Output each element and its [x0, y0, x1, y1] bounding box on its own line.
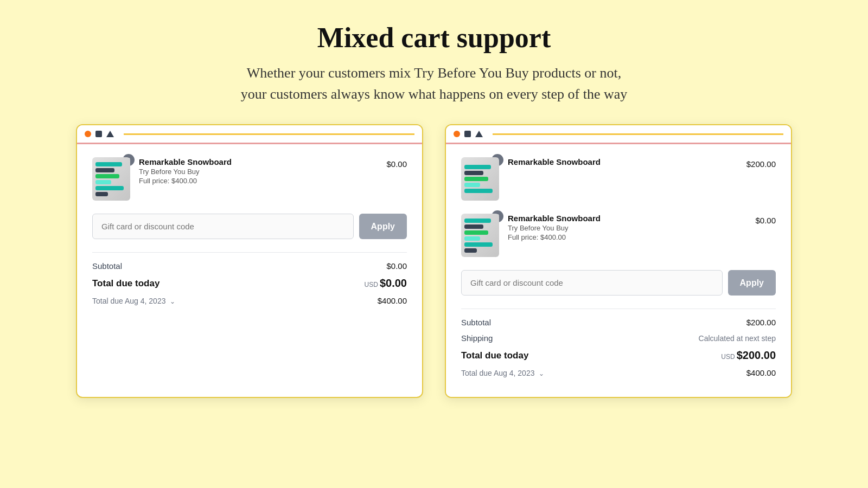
product-item-right-2: 2 Remarkable Snowboard T: [461, 214, 776, 257]
usd-label-r: USD: [721, 353, 735, 361]
summary-row-total-left: Total due today USD$0.00: [92, 277, 407, 290]
product-details-right-2: Remarkable Snowboard Try Before You Buy …: [508, 214, 748, 241]
summary-row-shipping-right: Shipping Calculated at next step: [461, 333, 776, 343]
product-image-r2: [461, 214, 499, 257]
page-subtitle: Whether your customers mix Try Before Yo…: [241, 62, 628, 105]
deferred-label-r: Total due Aug 4, 2023 ⌄: [461, 369, 544, 377]
discount-input-right[interactable]: [461, 270, 723, 296]
product-subtitle: Try Before You Buy: [139, 168, 379, 176]
page-header: Mixed cart support Whether your customer…: [241, 22, 628, 105]
usd-label: USD: [365, 281, 378, 288]
product-name-r1: Remarkable Snowboard: [508, 157, 739, 166]
browser-content-right: 1 Remarkable Snowboard $200.00: [446, 144, 791, 397]
subtotal-value: $0.00: [386, 261, 407, 271]
titlebar-dot-triangle: [106, 131, 114, 137]
product-price-r1: $200.00: [746, 159, 776, 169]
browser-content-left: 2 Remarkable Snowboard T: [77, 144, 422, 325]
product-fullprice-r2: Full price: $400.00: [508, 233, 748, 241]
summary-row-deferred-left: Total due Aug 4, 2023 ⌄ $400.00: [92, 296, 407, 305]
product-details-right-1: Remarkable Snowboard: [508, 157, 739, 168]
deferred-value: $400.00: [378, 296, 407, 305]
total-label: Total due today: [92, 278, 159, 289]
deferred-label: Total due Aug 4, 2023 ⌄: [92, 297, 175, 305]
product-name-r2: Remarkable Snowboard: [508, 214, 748, 223]
summary-row-deferred-right: Total due Aug 4, 2023 ⌄ $400.00: [461, 368, 776, 377]
total-label-r: Total due today: [461, 350, 528, 361]
titlebar-dot-red: [85, 131, 91, 137]
product-item-right-1: 1 Remarkable Snowboard $200.00: [461, 157, 776, 201]
summary-section-right: Subtotal $200.00 Shipping Calculated at …: [461, 309, 776, 377]
product-image-wrapper: 2: [92, 157, 131, 201]
summary-row-subtotal-right: Subtotal $200.00: [461, 318, 776, 327]
titlebar-dot-dark-r: [464, 131, 471, 137]
titlebar-line-r: [493, 133, 783, 135]
product-subtitle-r2: Try Before You Buy: [508, 224, 748, 232]
browser-titlebar-right: [446, 125, 791, 144]
browser-titlebar-left: [77, 125, 422, 144]
product-item-left-1: 2 Remarkable Snowboard T: [92, 157, 407, 201]
product-price-r2: $0.00: [755, 216, 776, 225]
product-image-wrapper-r2: 2: [461, 214, 500, 257]
apply-button-left[interactable]: Apply: [359, 214, 407, 239]
summary-row-subtotal-left: Subtotal $0.00: [92, 261, 407, 271]
snowboard-bars-r2: [461, 215, 499, 256]
subtotal-label-r: Subtotal: [461, 318, 491, 327]
product-image-wrapper-r1: 1: [461, 157, 500, 201]
product-fullprice: Full price: $400.00: [139, 177, 379, 185]
titlebar-line: [124, 133, 414, 135]
shipping-label: Shipping: [461, 333, 493, 343]
summary-section-left: Subtotal $0.00 Total due today USD$0.00 …: [92, 252, 407, 305]
product-image: [92, 157, 130, 201]
product-image-r1: [461, 157, 499, 201]
deferred-value-r: $400.00: [746, 368, 776, 377]
product-name: Remarkable Snowboard: [139, 157, 379, 166]
snowboard-bars-r1: [461, 162, 499, 196]
cards-row: 2 Remarkable Snowboard T: [54, 124, 814, 398]
chevron-down-icon-r: ⌄: [539, 370, 544, 377]
apply-button-right[interactable]: Apply: [728, 270, 776, 296]
discount-row-left: Apply: [92, 214, 407, 239]
page-title: Mixed cart support: [241, 22, 628, 54]
titlebar-dot-triangle-r: [475, 131, 483, 137]
product-price: $0.00: [386, 159, 407, 169]
discount-input-left[interactable]: [92, 214, 354, 239]
discount-row-right: Apply: [461, 270, 776, 296]
browser-window-right: 1 Remarkable Snowboard $200.00: [445, 124, 792, 398]
product-details-left-1: Remarkable Snowboard Try Before You Buy …: [139, 157, 379, 185]
total-value-r: USD$200.00: [721, 349, 776, 362]
subtotal-value-r: $200.00: [746, 318, 776, 327]
total-value: USD$0.00: [365, 277, 407, 290]
summary-row-total-right: Total due today USD$200.00: [461, 349, 776, 362]
titlebar-dot-red-r: [454, 131, 460, 137]
shipping-value: Calculated at next step: [699, 334, 776, 343]
chevron-down-icon: ⌄: [170, 298, 175, 305]
browser-window-left: 2 Remarkable Snowboard T: [76, 124, 423, 398]
titlebar-dot-dark: [95, 131, 102, 137]
snowboard-bars: [92, 159, 130, 200]
subtotal-label: Subtotal: [92, 261, 122, 271]
